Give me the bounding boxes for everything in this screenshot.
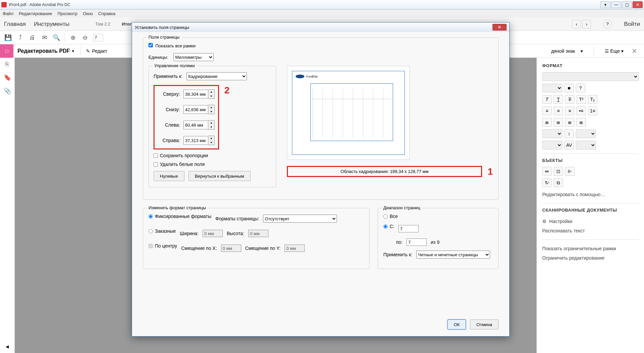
bottom-up-icon[interactable]: ▲ [208,105,214,109]
close-icon[interactable]: ✕ [633,1,643,8]
to-input[interactable] [406,238,427,246]
align-obj-icon[interactable]: ⊫ [565,167,574,176]
char-space-icon[interactable]: AV [564,141,574,149]
apply-pages-select[interactable]: Четные и нечетные страницы [416,251,490,259]
left-input[interactable] [183,121,208,129]
menu-help[interactable]: Справка [98,11,116,16]
super-icon[interactable]: T² [576,95,586,104]
offset-y-input[interactable] [285,245,305,252]
chevron-down-icon[interactable]: ▼ [71,49,75,53]
just-center-icon[interactable]: ≣ [554,118,563,127]
right-down-icon[interactable]: ▼ [208,140,214,145]
from-radio[interactable]: С: [383,224,394,229]
spacing-select[interactable] [542,129,562,138]
sub-icon[interactable]: T₂ [588,95,597,104]
center-checkbox[interactable]: По центру [148,243,177,249]
units-select[interactable]: Миллиметры [173,53,214,61]
line-height-icon[interactable]: ↕ [564,129,574,138]
menu-edit[interactable]: Редактирование [19,11,52,16]
more-button[interactable]: ☰ Еще ▾ [605,48,624,54]
bullet-icon[interactable]: •≡ [576,106,586,115]
dialog-close-icon[interactable]: ✕ [492,24,507,31]
tab-prev-icon[interactable]: ‹ [572,20,581,29]
watermark-button[interactable]: дяной знак [551,48,575,54]
strike-icon[interactable]: T̶ [565,95,574,104]
flip-h-icon[interactable]: ⇔ [542,167,552,176]
all-radio[interactable] [383,214,388,219]
export-icon[interactable]: ⤴ [16,34,24,42]
pages-icon[interactable]: ⎘ [4,60,11,68]
show-all-checkbox[interactable]: Показать все рамки [148,43,196,48]
close-panel-icon[interactable]: ✕ [629,47,640,55]
tab-home[interactable]: Главная [4,21,26,28]
top-up-icon[interactable]: ▲ [208,90,214,94]
keep-prop-checkbox[interactable] [154,153,158,158]
tab-next-icon[interactable]: › [582,20,591,29]
mail-icon[interactable]: ✉ [40,34,48,42]
from-input[interactable] [398,225,419,232]
top-input[interactable] [183,90,208,98]
custom-radio[interactable]: Заказные [148,228,176,234]
width-input[interactable] [203,230,223,237]
underline-icon[interactable]: T [554,95,563,104]
menu-view[interactable]: Просмотр [57,11,77,16]
bookmark-icon[interactable]: 🔖 [4,74,11,81]
page-down-icon[interactable]: ⊖ [81,34,89,42]
font-select[interactable] [542,72,639,81]
apply-to-select[interactable]: Кадрирование [186,72,247,80]
right-input[interactable] [183,136,208,145]
doc-tab-1[interactable]: Том 2.2 [91,20,115,28]
edit-with-link[interactable]: Редактировать с помощью… [542,190,639,199]
settings-link[interactable]: ⚙Настройки [542,217,639,226]
offset-x-input[interactable] [221,245,241,252]
cs-select[interactable] [576,141,596,149]
help-icon[interactable]: ? [603,20,612,29]
recognize-link[interactable]: Распознавать текст [542,226,639,235]
show-bounds-link[interactable]: Показать ограничительные рамки [542,244,639,253]
revert-button[interactable]: Вернуться к выбранным [188,171,251,181]
print-icon[interactable]: 🖨 [28,34,36,42]
page-formats-select[interactable]: Отсутствует [263,215,337,223]
minimize-sub-icon[interactable]: ▾ [600,1,610,8]
minimize-icon[interactable]: — [611,1,621,8]
save-icon[interactable]: 💾 [4,34,12,42]
zero-button[interactable]: Нулевые [154,171,184,181]
tab-tools[interactable]: Инструменты [34,21,70,28]
bottom-input[interactable] [183,105,208,114]
align-center-icon[interactable]: ≡ [554,106,563,115]
remove-white-checkbox[interactable] [154,162,158,167]
bottom-down-icon[interactable]: ▼ [208,109,214,114]
crop-icon[interactable]: ⊡ [554,167,563,176]
maximize-icon[interactable]: ▢ [622,1,632,8]
color-btn[interactable]: ■ [564,84,574,92]
number-icon[interactable]: 1≡ [588,106,597,115]
login-button[interactable]: Войти [624,21,640,28]
menu-window[interactable]: Окно [83,11,93,16]
left-down-icon[interactable]: ▼ [208,125,214,129]
cancel-button[interactable]: Отмена [470,319,499,329]
align-left-icon[interactable]: ≡ [542,106,552,115]
just-right-icon[interactable]: ≣ [565,118,574,127]
top-down-icon[interactable]: ▼ [208,94,214,98]
align-right-icon[interactable]: ≡ [565,106,574,115]
size-select[interactable] [542,84,562,92]
edit-pdf-icon[interactable]: ◻ [0,44,13,58]
right-up-icon[interactable]: ▲ [208,136,214,140]
edit-text-button[interactable]: ✎ Редакт [86,48,107,54]
restrict-link[interactable]: Ограничить редактирование [542,253,639,263]
kern-select[interactable] [542,141,562,149]
page-up-icon[interactable]: ⊕ [69,34,77,42]
rotate-icon[interactable]: ↻ [542,178,552,187]
collapse-rail-icon[interactable]: ◀ [6,344,9,349]
help-fmt-icon[interactable]: ? [576,84,585,92]
left-up-icon[interactable]: ▲ [208,121,214,125]
attachment-icon[interactable]: 📎 [4,87,11,95]
ok-button[interactable]: ОК [447,319,466,329]
height-input[interactable] [248,230,268,237]
just-full-icon[interactable]: ≣ [576,118,586,127]
arrange-icon[interactable]: ⧉ [554,178,563,187]
menu-file[interactable]: Файл [3,11,13,16]
just-left-icon[interactable]: ≣ [542,118,552,127]
lh-select[interactable] [576,129,596,138]
fixed-radio[interactable]: Фиксированные форматы [148,214,211,219]
